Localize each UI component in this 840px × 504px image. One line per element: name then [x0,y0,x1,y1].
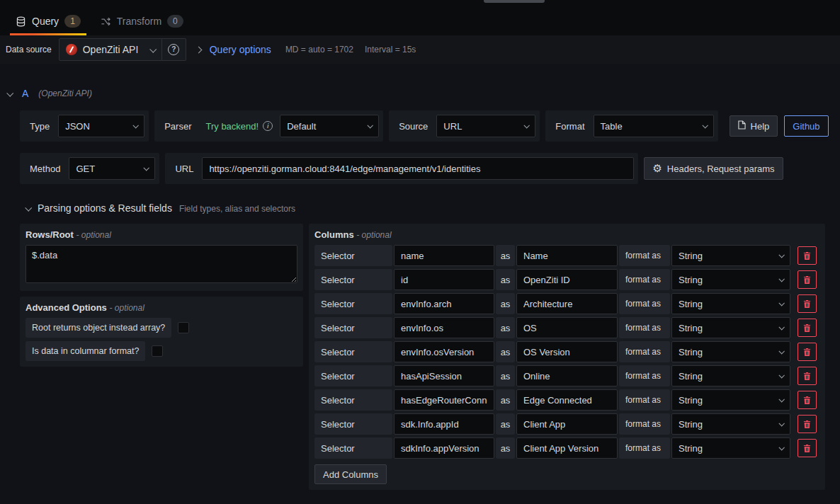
add-columns-button[interactable]: Add Columns [314,464,387,484]
column-format-value: String [679,323,703,333]
help-circle-icon: ? [168,44,179,55]
delete-column-button[interactable] [798,270,817,289]
datasource-picker[interactable]: OpenZiti API [59,38,162,61]
selector-input[interactable] [394,365,494,386]
column-row: Selector as format as String [314,269,819,290]
chevron-down-icon [144,165,149,171]
github-button[interactable]: Github [784,115,828,137]
selector-input[interactable] [394,269,494,290]
selector-input[interactable] [394,245,494,266]
tab-query[interactable]: Query 1 [6,7,91,35]
section-chevron-icon[interactable] [25,204,32,211]
selector-input[interactable] [394,389,494,411]
delete-column-button[interactable] [798,246,817,265]
delete-column-button[interactable] [798,367,817,385]
chevron-down-icon [778,252,784,258]
parser-group: Parser Try backend! i Default [154,110,383,142]
alias-input[interactable] [516,269,618,290]
trash-icon [802,396,812,405]
method-select[interactable]: GET [69,157,155,180]
format-as-chip: format as [619,269,670,290]
alias-input[interactable] [516,317,618,338]
format-as-chip: format as [619,389,670,411]
alias-input[interactable] [516,293,618,314]
format-as-chip: format as [619,341,670,362]
column-row: Selector as format as String [314,293,819,314]
parser-select[interactable]: Default [280,115,379,137]
rows-root-panel: Rows/Root - optional $.data [20,224,303,291]
query-ref-id[interactable]: A [22,88,28,99]
as-chip: as [496,437,515,459]
advanced-options-title: Advanced Options - optional [25,302,297,313]
column-format-value: String [679,443,703,454]
alias-input[interactable] [516,389,618,411]
advanced-option-label: Is data in columnar format? [25,341,145,361]
column-format-select[interactable]: String [671,413,790,435]
advanced-option-checkbox[interactable] [152,345,163,357]
delete-column-button[interactable] [798,319,817,337]
advanced-options-title-text: Advanced Options [25,302,107,313]
format-as-chip: format as [619,317,670,338]
alias-input[interactable] [516,413,618,435]
format-as-chip: format as [619,245,670,266]
help-button[interactable]: Help [730,115,778,137]
rows-root-input[interactable]: $.data [25,245,297,283]
collapse-chevron-icon[interactable] [6,89,13,96]
column-format-select[interactable]: String [671,389,790,411]
alias-input[interactable] [516,341,618,362]
advanced-options-list: Root returns object instead array? Is da… [25,318,297,361]
column-format-select[interactable]: String [671,365,790,386]
rows-root-title-text: Rows/Root [25,229,74,240]
advanced-option-row: Root returns object instead array? [25,318,297,338]
parsing-section-subtitle: Field types, alias and selectors [179,204,295,214]
delete-column-button[interactable] [798,294,817,313]
format-select[interactable]: Table [594,115,714,137]
tab-transform[interactable]: Transform 0 [91,7,193,35]
column-format-value: String [679,347,703,357]
query-editor: Type JSON Parser Try backend! i Default … [20,110,825,184]
column-format-select[interactable]: String [671,437,790,459]
selector-input[interactable] [394,437,494,459]
column-row: Selector as format as String [314,365,819,386]
column-format-select[interactable]: String [671,245,790,266]
info-circle-icon[interactable]: i [263,121,273,131]
alias-input[interactable] [516,245,618,266]
window-drag-handle [484,0,545,3]
transform-count-badge: 0 [167,15,183,28]
column-format-select[interactable]: String [671,293,790,314]
selector-input[interactable] [394,317,494,338]
datasource-toolbar: Data source OpenZiti API ? Query options… [0,35,840,64]
column-format-select[interactable]: String [671,269,790,290]
url-label: URL [169,164,199,174]
delete-column-button[interactable] [798,415,817,433]
type-select[interactable]: JSON [58,115,144,137]
datasource-help-button[interactable]: ? [162,38,186,61]
advanced-option-label: Root returns object instead array? [25,318,171,338]
alias-input[interactable] [516,437,618,459]
column-format-select[interactable]: String [671,341,790,362]
selector-input[interactable] [394,293,494,314]
format-as-chip: format as [619,365,670,386]
chevron-down-icon [778,300,784,306]
query-datasource-hint: (OpenZiti API) [38,88,92,98]
chevron-right-icon [195,46,202,53]
selector-chip: Selector [314,293,392,314]
delete-column-button[interactable] [798,391,817,409]
selector-input[interactable] [394,413,494,435]
trash-icon [802,372,812,381]
parsing-left-column: Rows/Root - optional $.data Advanced Opt… [20,224,303,367]
options-row-buttons: Help Github [730,115,829,137]
column-format-value: String [679,299,703,309]
column-format-select[interactable]: String [671,317,790,338]
delete-column-button[interactable] [798,343,817,361]
headers-params-button[interactable]: ⚙ Headers, Request params [644,157,783,180]
source-select[interactable]: URL [436,115,535,137]
selector-input[interactable] [394,341,494,362]
advanced-option-checkbox[interactable] [178,322,189,333]
url-input[interactable] [202,157,634,180]
delete-column-button[interactable] [798,439,817,457]
chevron-down-icon [149,45,157,52]
window-top-strip [0,0,840,7]
query-options-link[interactable]: Query options [210,44,271,55]
alias-input[interactable] [516,365,618,386]
